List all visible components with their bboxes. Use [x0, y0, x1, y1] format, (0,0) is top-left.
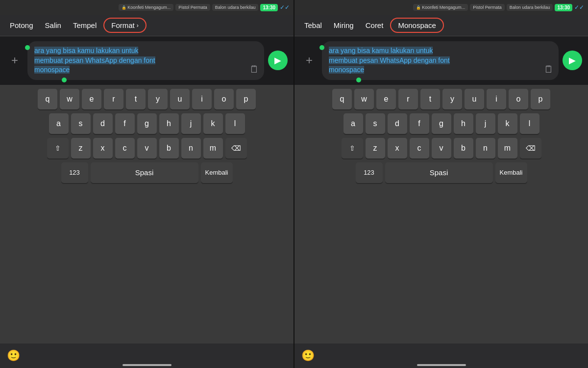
right-tab-1[interactable]: 🔒 Koonfeti Mengagum... [413, 4, 468, 11]
left-plus-button[interactable]: + [6, 52, 24, 69]
right-key-t[interactable]: t [420, 89, 440, 109]
right-highlighted-text-2: membuat pesan WhatsApp dengan font [329, 56, 450, 64]
left-key-i[interactable]: i [192, 89, 212, 109]
right-key-d[interactable]: d [388, 113, 407, 134]
right-key-l[interactable]: l [520, 113, 539, 134]
right-key-a[interactable]: a [343, 113, 363, 134]
left-key-w[interactable]: w [60, 89, 79, 109]
right-message-bubble[interactable]: ara yang bisa kamu lakukan untuk membuat… [322, 41, 559, 80]
left-send-button[interactable]: ▶ [268, 51, 288, 70]
left-menu-paste[interactable]: Tempel [68, 18, 101, 32]
left-key-j[interactable]: j [181, 113, 201, 134]
left-highlighted-text: ara yang bisa kamu lakukan untuk [34, 47, 138, 54]
left-key-x[interactable]: x [93, 138, 113, 158]
right-key-z[interactable]: z [366, 138, 385, 158]
left-key-l[interactable]: l [225, 113, 245, 134]
right-key-u[interactable]: u [465, 89, 484, 109]
right-cursor-end [356, 78, 361, 82]
left-key-done[interactable]: Kembali [201, 162, 233, 183]
left-key-backspace[interactable]: ⌫ [225, 138, 247, 158]
left-ticks: ✓✓ [280, 4, 290, 11]
left-key-o[interactable]: o [214, 89, 234, 109]
left-key-y[interactable]: y [148, 89, 168, 109]
left-key-q[interactable]: q [38, 89, 57, 109]
left-key-a[interactable]: a [49, 113, 69, 134]
right-time-badge: 13:30 [555, 4, 572, 11]
left-key-t[interactable]: t [126, 89, 146, 109]
right-key-row-bottom: 123 Spasi Kembali [296, 162, 586, 183]
left-key-space[interactable]: Spasi [91, 162, 198, 183]
left-key-f[interactable]: f [115, 113, 135, 134]
left-key-shift[interactable]: ⇧ [47, 138, 69, 158]
left-tab-1[interactable]: 🔒 Koonfeti Mengagum... [119, 4, 173, 11]
lock-icon: 🔒 [122, 5, 126, 10]
right-tab-3[interactable]: Balon udara berkilau [507, 4, 553, 11]
right-key-g[interactable]: g [432, 113, 451, 134]
left-key-p[interactable]: p [236, 89, 256, 109]
left-key-h[interactable]: h [159, 113, 179, 134]
right-status-bar: 🔒 Koonfeti Mengagum... Pistol Permata Ba… [294, 0, 588, 15]
left-key-123[interactable]: 123 [61, 162, 88, 183]
right-key-f[interactable]: f [410, 113, 429, 134]
right-send-button[interactable]: ▶ [563, 51, 582, 70]
right-menu-bold[interactable]: Tebal [299, 18, 327, 32]
left-sticker-icon[interactable]: 🗒 [249, 62, 259, 76]
left-key-u[interactable]: u [170, 89, 190, 109]
right-key-x[interactable]: x [388, 138, 407, 158]
right-key-123[interactable]: 123 [356, 162, 383, 183]
right-key-p[interactable]: p [531, 89, 550, 109]
left-key-v[interactable]: v [137, 138, 157, 158]
right-sticker-icon[interactable]: 🗒 [544, 62, 554, 76]
left-tab-list: 🔒 Koonfeti Mengagum... Pistol Permata Ba… [119, 4, 258, 11]
right-key-s[interactable]: s [366, 113, 385, 134]
right-key-n[interactable]: n [476, 138, 495, 158]
left-key-d[interactable]: d [93, 113, 113, 134]
left-message-bubble[interactable]: ara yang bisa kamu lakukan untuk membuat… [27, 41, 264, 80]
left-key-c[interactable]: c [115, 138, 135, 158]
right-key-backspace[interactable]: ⌫ [520, 138, 541, 158]
right-key-r[interactable]: r [398, 89, 418, 109]
right-key-k[interactable]: k [498, 113, 517, 134]
right-key-shift[interactable]: ⇧ [342, 138, 363, 158]
right-key-h[interactable]: h [454, 113, 473, 134]
left-tab-3[interactable]: Balon udara berkilau [212, 4, 259, 11]
right-key-w[interactable]: w [354, 89, 374, 109]
left-menu-copy[interactable]: Salin [40, 18, 66, 32]
right-menu-italic[interactable]: Miring [329, 18, 359, 32]
right-key-space[interactable]: Spasi [385, 162, 493, 183]
right-key-e[interactable]: e [376, 89, 396, 109]
left-key-z[interactable]: z [71, 138, 91, 158]
right-plus-button[interactable]: + [300, 52, 318, 69]
left-key-k[interactable]: k [203, 113, 223, 134]
left-key-g[interactable]: g [137, 113, 157, 134]
right-emoji-button[interactable]: 🙂 [301, 349, 315, 362]
right-key-y[interactable]: y [442, 89, 462, 109]
right-key-b[interactable]: b [454, 138, 473, 158]
left-menu-format[interactable]: Format › [103, 18, 147, 33]
right-key-i[interactable]: i [487, 89, 506, 109]
left-tab-2[interactable]: Pistol Permata [175, 4, 210, 11]
left-menu-cut[interactable]: Potong [5, 18, 38, 32]
right-key-j[interactable]: j [476, 113, 495, 134]
right-keyboard: q w e r t y u i o p a s d f g h j k l ⇧ … [294, 85, 588, 343]
right-tab-2[interactable]: Pistol Permata [470, 4, 505, 11]
left-key-b[interactable]: b [159, 138, 179, 158]
right-key-done[interactable]: Kembali [495, 162, 527, 183]
right-bubble-actions: 🗒 [544, 62, 554, 76]
left-key-s[interactable]: s [71, 113, 91, 134]
left-highlighted-text-2: membuat pesan WhatsApp dengan font [34, 56, 155, 64]
left-key-r[interactable]: r [104, 89, 123, 109]
right-key-c[interactable]: c [410, 138, 429, 158]
right-key-v[interactable]: v [432, 138, 451, 158]
right-key-o[interactable]: o [509, 89, 528, 109]
left-tab-1-label: Koonfeti Mengagum... [127, 5, 171, 10]
left-key-m[interactable]: m [203, 138, 223, 158]
right-key-q[interactable]: q [332, 89, 352, 109]
left-key-e[interactable]: e [82, 89, 101, 109]
right-menu-monospace[interactable]: Monospace [390, 18, 444, 33]
left-emoji-button[interactable]: 🙂 [7, 349, 20, 362]
left-format-label: Format [111, 21, 135, 29]
left-key-n[interactable]: n [181, 138, 201, 158]
right-menu-strikethrough[interactable]: Coret [361, 18, 389, 32]
right-key-m[interactable]: m [498, 138, 517, 158]
